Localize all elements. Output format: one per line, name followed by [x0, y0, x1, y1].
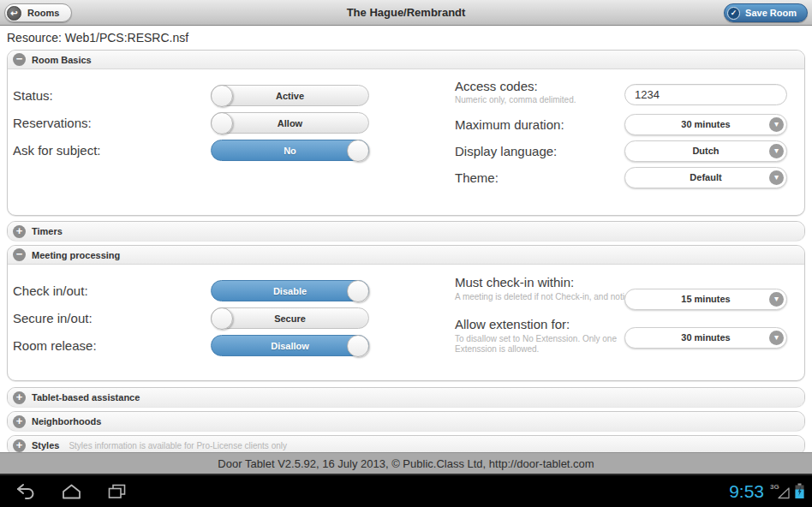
reservations-label: Reservations: [13, 112, 92, 134]
check-in-out-toggle-value: Disable [212, 281, 368, 301]
back-arrow-glyph: ↩ [10, 9, 17, 18]
chevron-down-icon: ▾ [769, 170, 784, 185]
secure-in-out-toggle[interactable]: Secure [211, 307, 369, 329]
chevron-glyph: ▾ [769, 331, 784, 344]
signal-icon: 3G [770, 484, 791, 499]
page-title: The Hague/Rembrandt [0, 0, 812, 26]
section-header-tablet-assistance[interactable]: + Tablet-based assistance [8, 388, 804, 407]
collapse-icon[interactable]: − [13, 53, 26, 66]
section-timers: + Timers [7, 221, 805, 241]
maximum-duration-label: Maximum duration: [455, 114, 564, 135]
back-icon [15, 490, 37, 503]
allow-extension-select[interactable]: 30 minutes ▾ [624, 327, 787, 349]
rooms-back-button[interactable]: ↩ Rooms [4, 3, 72, 22]
section-header-room-basics[interactable]: − Room Basics [8, 51, 804, 69]
expand-icon[interactable]: + [13, 439, 26, 452]
check-in-out-label: Check in/out: [13, 280, 88, 301]
reservations-toggle[interactable]: Allow [211, 112, 369, 134]
chevron-glyph: ▾ [769, 292, 784, 306]
room-basics-body: Status: Active Reservations: Allow Ask f… [8, 70, 804, 215]
section-title-tablet-assistance: Tablet-based assistance [32, 392, 140, 403]
collapse-icon[interactable]: − [13, 248, 26, 261]
chevron-down-icon: ▾ [769, 292, 784, 307]
chevron-glyph: ▾ [769, 170, 784, 184]
expand-icon[interactable]: + [13, 415, 26, 428]
rooms-button-label: Rooms [27, 8, 59, 18]
reservations-toggle-value: Allow [212, 113, 368, 133]
secure-in-out-toggle-value: Secure [212, 308, 368, 328]
expand-icon[interactable]: + [13, 391, 26, 404]
ask-for-subject-toggle[interactable]: No [211, 140, 369, 161]
access-codes-helper: Numeric only, comma delimited. [455, 95, 576, 105]
battery-charging-icon [794, 483, 805, 499]
top-bar: The Hague/Rembrandt ↩ Rooms ✓ Save Room [0, 0, 812, 26]
status-label: Status: [13, 85, 53, 106]
chevron-down-icon: ▾ [769, 144, 784, 158]
check-in-out-toggle[interactable]: Disable [211, 280, 369, 301]
section-neighborhoods: + Neighborhoods [7, 411, 805, 431]
meeting-processing-body: Check in/out: Disable Secure in/out: Sec… [8, 265, 804, 380]
expand-icon[interactable]: + [13, 225, 26, 238]
toggle-knob [347, 140, 369, 162]
section-title-styles: Styles [32, 440, 59, 450]
allow-extension-helper: To disallow set to No Extenssion. Only o… [455, 334, 636, 355]
theme-label: Theme: [455, 167, 499, 188]
clock: 9:53 [729, 481, 764, 502]
theme-select[interactable]: Default ▾ [624, 167, 787, 188]
toggle-knob [347, 335, 369, 357]
access-codes-label: Access codes: [455, 79, 538, 93]
toggle-knob [211, 307, 233, 330]
android-nav-bar: 9:53 3G [0, 474, 812, 507]
save-room-button[interactable]: ✓ Save Room [724, 3, 808, 22]
back-button[interactable] [12, 480, 39, 503]
display-language-select[interactable]: Dutch ▾ [624, 140, 787, 162]
section-header-neighborhoods[interactable]: + Neighborhoods [8, 412, 804, 431]
toggle-knob [211, 85, 233, 107]
section-meeting-processing: − Meeting processing Check in/out: Disab… [7, 245, 805, 381]
toggle-knob [347, 280, 369, 302]
ask-for-subject-label: Ask for subject: [13, 140, 101, 161]
screen: The Hague/Rembrandt ↩ Rooms ✓ Save Room … [0, 0, 812, 507]
theme-value: Default [625, 168, 786, 188]
access-codes-input[interactable] [624, 84, 787, 105]
home-icon [61, 490, 82, 503]
chevron-glyph: ▾ [769, 144, 784, 158]
room-release-toggle-value: Disallow [212, 336, 368, 355]
ask-for-subject-toggle-value: No [212, 140, 368, 160]
must-check-in-label: Must check-in within: [455, 275, 574, 289]
status-toggle-value: Active [212, 86, 368, 105]
display-language-label: Display language: [455, 140, 557, 162]
room-release-label: Room release: [13, 335, 97, 356]
section-header-timers[interactable]: + Timers [8, 222, 804, 241]
check-glyph: ✓ [731, 9, 737, 17]
secure-in-out-label: Secure in/out: [13, 307, 93, 329]
chevron-glyph: ▾ [769, 117, 784, 131]
footer-bar: Door Tablet V2.5.92, 16 July 2013, © Pub… [0, 452, 812, 474]
back-circle-icon: ↩ [7, 6, 21, 21]
must-check-in-select[interactable]: 15 minutes ▾ [624, 289, 787, 310]
toggle-knob [211, 112, 233, 134]
section-title-room-basics: Room Basics [32, 55, 92, 65]
section-title-neighborhoods: Neighborhoods [32, 416, 101, 426]
recents-button[interactable] [104, 480, 130, 503]
allow-extension-value: 30 minutes [625, 328, 786, 348]
room-release-toggle[interactable]: Disallow [211, 335, 369, 356]
allow-extension-label: Allow extenstion for: [455, 317, 570, 331]
section-header-meeting-processing[interactable]: − Meeting processing [8, 246, 804, 265]
chevron-down-icon: ▾ [769, 117, 784, 132]
nav-icons [0, 480, 130, 503]
must-check-in-value: 15 minutes [625, 289, 786, 309]
section-title-meeting-processing: Meeting processing [32, 250, 120, 260]
maximum-duration-value: 30 minutes [625, 115, 786, 134]
save-button-label: Save Room [745, 8, 797, 18]
recents-icon [106, 490, 128, 503]
check-icon: ✓ [727, 7, 740, 20]
styles-note: Styles information is available for Pro-… [69, 441, 287, 450]
chevron-down-icon: ▾ [769, 331, 784, 345]
home-button[interactable] [58, 480, 85, 503]
maximum-duration-select[interactable]: 30 minutes ▾ [624, 114, 787, 135]
section-room-basics: − Room Basics Status: Active Reservation… [7, 50, 805, 216]
display-language-value: Dutch [625, 141, 786, 161]
section-tablet-assistance: + Tablet-based assistance [7, 387, 805, 407]
status-toggle[interactable]: Active [211, 85, 369, 106]
